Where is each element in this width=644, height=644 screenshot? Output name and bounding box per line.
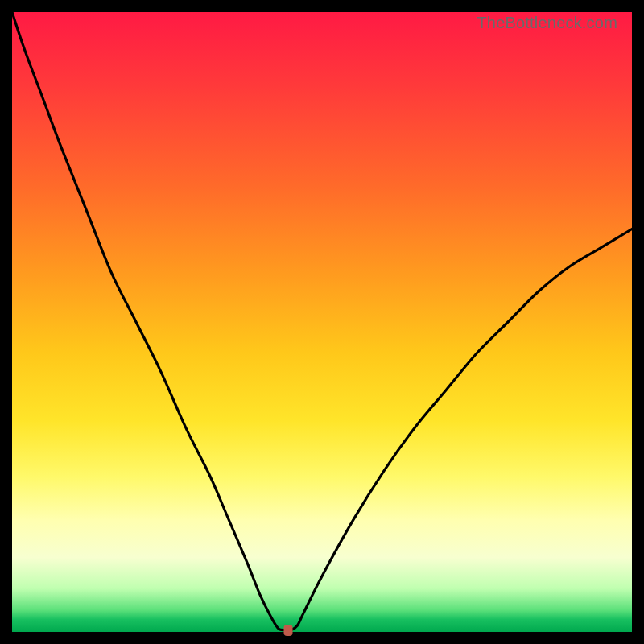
optimal-point-marker — [283, 625, 292, 636]
bottleneck-curve — [12, 12, 632, 632]
chart-frame: TheBottleneck.com — [0, 0, 644, 644]
plot-area: TheBottleneck.com — [12, 12, 632, 632]
